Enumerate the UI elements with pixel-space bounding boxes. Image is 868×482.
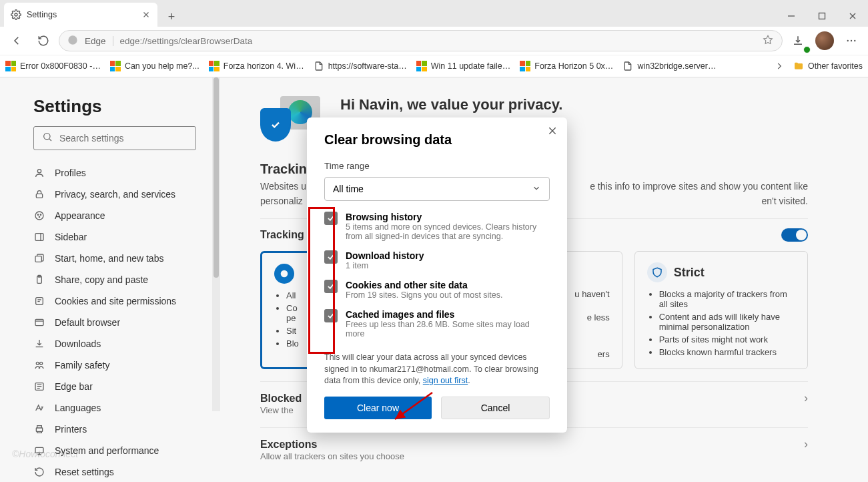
news-icon: [33, 381, 45, 393]
sidebar-item-label: Share, copy and paste: [55, 274, 148, 285]
minimize-button[interactable]: [776, 5, 807, 27]
sign-out-link[interactable]: sign out first: [423, 376, 468, 385]
tab-title: Settings: [27, 10, 136, 19]
chevron-down-icon: [532, 184, 541, 195]
card-strict[interactable]: Strict Blocks a majority of trackers fro…: [634, 251, 808, 369]
favorite-link[interactable]: Forza horizon 4. Wi…: [209, 61, 304, 71]
svg-point-3: [847, 40, 849, 41]
sidebar-item-cookies[interactable]: Cookies and site permissions: [33, 290, 196, 312]
sidebar-item-languages[interactable]: Languages: [33, 397, 196, 419]
sidebar-item-label: Sidebar: [55, 232, 87, 242]
favorite-label: Win 11 update faile…: [431, 61, 511, 71]
option-download-history[interactable]: Download history1 item: [324, 250, 550, 270]
refresh-button[interactable]: [32, 29, 55, 52]
brand-label: Edge: [85, 36, 113, 46]
folder-icon: [793, 61, 804, 71]
sidebar-item-label: Printers: [55, 424, 87, 435]
search-icon: [42, 132, 53, 145]
option-browsing-history[interactable]: Browsing history5 items and more on sync…: [324, 212, 550, 241]
svg-point-0: [15, 13, 17, 16]
profile-avatar[interactable]: [813, 29, 836, 52]
browser-icon: [33, 316, 45, 328]
close-tab-icon[interactable]: [141, 10, 151, 19]
clear-now-button[interactable]: Clear now: [324, 397, 432, 419]
checkbox-checked-icon[interactable]: [324, 309, 338, 322]
family-icon: [33, 359, 45, 371]
panel-icon: [33, 231, 45, 243]
time-range-select[interactable]: All time: [324, 177, 550, 201]
sidebar-item-sidebar[interactable]: Sidebar: [33, 226, 196, 248]
sidebar-item-printers[interactable]: Printers: [33, 419, 196, 440]
close-window-button[interactable]: [837, 5, 868, 27]
option-cached[interactable]: Cached images and filesFrees up less tha…: [324, 309, 550, 338]
favorite-link[interactable]: Forza Horizon 5 0x…: [520, 61, 613, 71]
svg-rect-22: [36, 428, 42, 431]
search-input[interactable]: [59, 133, 187, 144]
sidebar-item-privacy[interactable]: Privacy, search, and services: [33, 184, 196, 205]
scroll-thumb[interactable]: [213, 77, 219, 278]
reset-icon: [33, 466, 45, 478]
svg-point-4: [851, 40, 852, 41]
favorite-link[interactable]: Can you help me?...: [110, 61, 199, 71]
menu-button[interactable]: [840, 29, 863, 52]
svg-point-20: [40, 362, 43, 365]
sidebar-item-start[interactable]: Start, home, and new tabs: [33, 248, 196, 269]
favorite-link[interactable]: https://software-sta…: [314, 61, 407, 71]
search-settings-box[interactable]: [33, 126, 196, 150]
sidebar-item-appearance[interactable]: Appearance: [33, 205, 196, 226]
sidebar-item-label: Privacy, search, and services: [55, 189, 175, 200]
tracking-toggle[interactable]: [781, 228, 808, 242]
checkbox-checked-icon[interactable]: [324, 212, 338, 225]
card-bullet: Content and ads will likely have minimal…: [659, 312, 795, 332]
sidebar-item-family[interactable]: Family safety: [33, 354, 196, 376]
svg-point-9: [35, 212, 43, 220]
sidebar-item-edgebar[interactable]: Edge bar: [33, 376, 196, 397]
sidebar-item-label: Languages: [55, 403, 101, 413]
sidebar-item-default-browser[interactable]: Default browser: [33, 312, 196, 333]
new-tab-button[interactable]: +: [161, 7, 181, 27]
cancel-button[interactable]: Cancel: [441, 397, 550, 419]
svg-point-12: [39, 216, 39, 217]
checkbox-checked-icon[interactable]: [324, 280, 338, 293]
browser-tab[interactable]: Settings: [4, 3, 157, 27]
edge-brand-icon: [67, 35, 78, 47]
toolbar: Edge edge://settings/clearBrowserData: [0, 27, 868, 55]
window-controls: [776, 5, 868, 27]
settings-sidebar: Settings Profiles Privacy, search, and s…: [0, 77, 220, 482]
checkbox-checked-icon[interactable]: [324, 250, 338, 264]
sidebar-scrollbar[interactable]: [212, 77, 220, 411]
sidebar-item-reset[interactable]: Reset settings: [33, 461, 196, 482]
clear-options-list: Browsing history5 items and more on sync…: [324, 212, 550, 348]
sidebar-item-downloads[interactable]: Downloads: [33, 333, 196, 354]
favorites-overflow-button[interactable]: [775, 61, 784, 71]
other-favorites-folder[interactable]: Other favorites: [793, 61, 863, 71]
address-bar[interactable]: Edge edge://settings/clearBrowserData: [59, 30, 783, 51]
favorite-link[interactable]: Error 0x800F0830 -…: [5, 61, 101, 71]
option-title: Browsing history: [346, 212, 550, 222]
favorite-link[interactable]: Win 11 update faile…: [416, 61, 511, 71]
maximize-button[interactable]: [807, 5, 837, 27]
card-bullet: Blocks a majority of trackers from all s…: [659, 289, 795, 309]
close-dialog-button[interactable]: [547, 126, 558, 139]
language-icon: [33, 402, 45, 414]
cookie-icon: [33, 295, 45, 307]
sidebar-item-share[interactable]: Share, copy and paste: [33, 269, 196, 290]
page-icon: [622, 61, 633, 71]
favorite-label: Forza horizon 4. Wi…: [224, 61, 304, 71]
favorite-star-icon[interactable]: [762, 34, 774, 48]
favorite-link[interactable]: win32bridge.server…: [622, 61, 716, 71]
gear-icon: [11, 9, 21, 20]
sidebar-item-label: Edge bar: [55, 381, 93, 392]
option-subtitle: 1 item: [346, 261, 424, 270]
microsoft-icon: [5, 61, 16, 71]
tracking-desc-right2: en't visited.: [761, 196, 808, 206]
downloads-button[interactable]: [787, 29, 809, 52]
back-button[interactable]: [5, 29, 28, 52]
option-cookies[interactable]: Cookies and other site dataFrom 19 sites…: [324, 280, 550, 300]
card-bullet: pe: [286, 313, 296, 323]
exceptions-sub: Allow all trackers on sites you choose: [260, 451, 808, 461]
svg-point-11: [40, 214, 41, 215]
sidebar-item-profiles[interactable]: Profiles: [33, 162, 196, 184]
tracking-prevention-label: Tracking: [260, 229, 304, 241]
chevron-right-icon: ›: [804, 437, 808, 451]
